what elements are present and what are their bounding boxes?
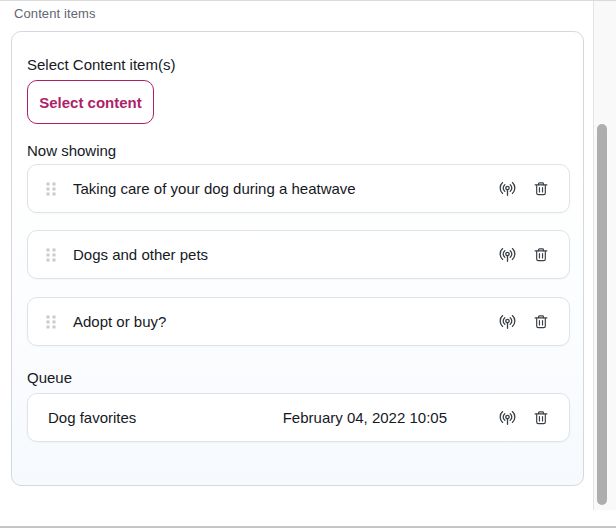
- broadcast-icon[interactable]: [495, 177, 519, 201]
- row-actions: [495, 243, 553, 267]
- now-showing-label: Now showing: [27, 142, 116, 159]
- trash-icon[interactable]: [529, 310, 553, 334]
- queue-row: Dog favorites February 04, 2022 10:05: [27, 393, 570, 442]
- row-title: Taking care of your dog during a heatwav…: [73, 180, 356, 197]
- drag-handle-icon[interactable]: [46, 248, 56, 262]
- drag-handle-icon[interactable]: [46, 182, 56, 196]
- select-content-button[interactable]: Select content: [27, 80, 154, 124]
- vertical-scrollbar[interactable]: [594, 1, 616, 510]
- select-content-heading: Select Content item(s): [27, 56, 175, 73]
- trash-icon[interactable]: [529, 406, 553, 430]
- row-actions: [495, 177, 553, 201]
- now-showing-row: Adopt or buy?: [27, 297, 570, 346]
- row-title: Dog favorites: [48, 409, 136, 426]
- row-scheduled-datetime: February 04, 2022 10:05: [283, 409, 447, 426]
- now-showing-row: Dogs and other pets: [27, 230, 570, 279]
- scrollbar-thumb[interactable]: [597, 124, 607, 505]
- content-items-card: Select Content item(s) Select content No…: [11, 31, 584, 486]
- field-label: Content items: [14, 6, 96, 21]
- row-title: Dogs and other pets: [73, 246, 208, 263]
- broadcast-icon[interactable]: [495, 406, 519, 430]
- trash-icon[interactable]: [529, 177, 553, 201]
- drag-handle-icon[interactable]: [46, 315, 56, 329]
- panel-top-divider: [0, 0, 616, 1]
- now-showing-row: Taking care of your dog during a heatwav…: [27, 164, 570, 213]
- panel-bottom-divider: [0, 526, 616, 528]
- row-actions: [495, 310, 553, 334]
- row-actions: [495, 406, 553, 430]
- select-content-button-label: Select content: [39, 94, 142, 111]
- queue-label: Queue: [27, 369, 72, 386]
- broadcast-icon[interactable]: [495, 310, 519, 334]
- row-title: Adopt or buy?: [73, 313, 166, 330]
- trash-icon[interactable]: [529, 243, 553, 267]
- broadcast-icon[interactable]: [495, 243, 519, 267]
